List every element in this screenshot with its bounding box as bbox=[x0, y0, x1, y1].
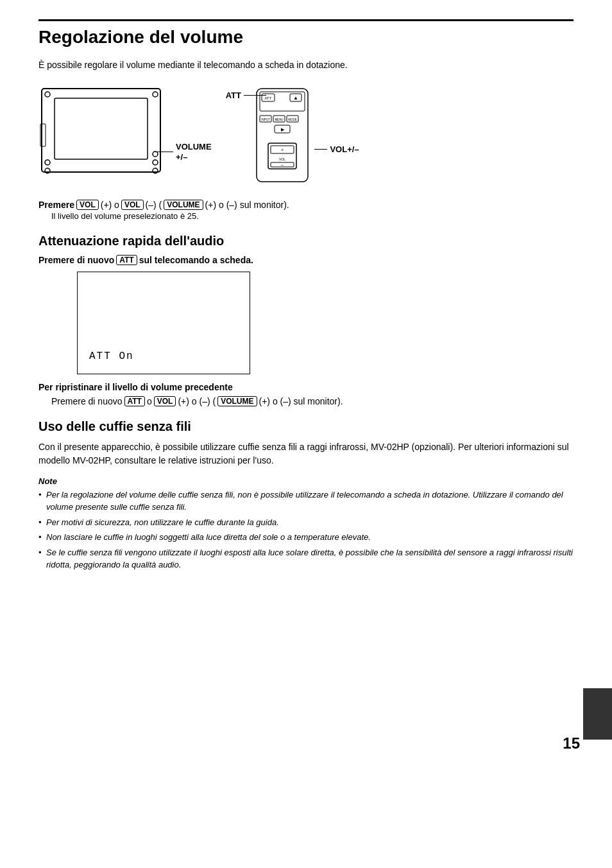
svg-text:MODE: MODE bbox=[288, 118, 297, 121]
section1-heading: Attenuazione rapida dell'audio bbox=[38, 234, 574, 248]
monitor-svg bbox=[38, 85, 167, 185]
svg-text:INPUT: INPUT bbox=[261, 118, 270, 121]
restore-vol-key: VOL bbox=[154, 396, 176, 406]
premere-di-nuovo: Premere di nuovo bbox=[38, 255, 114, 265]
restore-att-key: ATT bbox=[124, 396, 145, 406]
vol-plus-minus-label: VOL+/– bbox=[314, 144, 359, 154]
remote-svg: ATT ▲ INPUT MENU MODE ▶ + bbox=[250, 85, 314, 185]
remote-svg-wrapper: ATT ATT ▲ INPUT MENU bbox=[250, 85, 314, 187]
page-number: 15 bbox=[563, 734, 580, 752]
svg-point-4 bbox=[45, 160, 50, 165]
svg-text:–: – bbox=[281, 162, 284, 167]
intro-text: È possibile regolare il volume mediante … bbox=[38, 60, 574, 70]
page-number-tab bbox=[583, 688, 612, 740]
remote-diagram: ATT ATT ▲ INPUT MENU bbox=[250, 85, 314, 187]
att-display-box: ATT On bbox=[77, 272, 250, 374]
att-label: ATT bbox=[226, 91, 266, 100]
note-label: Note bbox=[38, 476, 574, 486]
volume-level-text: Il livello del volume preselezionato è 2… bbox=[51, 211, 574, 221]
restore-pre: Premere di nuovo bbox=[51, 396, 123, 406]
page-title: Regolazione del volume bbox=[38, 26, 574, 48]
note-list: Per la regolazione del volume delle cuff… bbox=[38, 489, 574, 571]
volume-label-area: VOLUME +/– bbox=[154, 110, 212, 162]
svg-text:VOL: VOL bbox=[279, 157, 285, 161]
note-item-4: Se le cuffie senza fili vengono utilizza… bbox=[38, 546, 574, 571]
restore-mid2: (+) o (–) ( bbox=[178, 396, 216, 406]
att-post: sul telecomando a scheda. bbox=[139, 255, 253, 265]
svg-point-3 bbox=[153, 92, 158, 97]
top-border bbox=[38, 19, 574, 21]
premere-label: Premere bbox=[38, 200, 74, 210]
note-item-1: Per la regolazione del volume delle cuff… bbox=[38, 489, 574, 514]
restore-instruction-line: Premere di nuovo ATT o VOL (+) o (–) ( V… bbox=[51, 396, 574, 406]
minus-text: (–) ( bbox=[146, 200, 162, 210]
volume-label: VOLUME +/– bbox=[176, 142, 212, 162]
monitor-diagram bbox=[38, 85, 167, 187]
diagrams-row: VOLUME +/– ATT ATT ▲ bbox=[38, 85, 574, 187]
note-item-2: Per motivi di sicurezza, non utilizzare … bbox=[38, 516, 574, 529]
att-on-text: ATT On bbox=[89, 351, 134, 362]
end-text: (+) o (–) sul monitor). bbox=[205, 200, 289, 210]
svg-rect-10 bbox=[257, 89, 308, 182]
section2-heading: Uso delle cuffie senza fili bbox=[38, 419, 574, 434]
vol-key3: VOLUME bbox=[164, 200, 203, 210]
restore-heading: Per ripristinare il livello di volume pr… bbox=[38, 382, 574, 392]
svg-text:▲: ▲ bbox=[293, 95, 298, 101]
note-item-3: Non lasciare le cuffie in luoghi soggett… bbox=[38, 531, 574, 544]
volume-arrow: VOLUME +/– bbox=[154, 142, 212, 162]
svg-point-2 bbox=[45, 92, 50, 97]
restore-end: (+) o (–) sul monitor). bbox=[259, 396, 343, 406]
volume-instruction-line: Premere VOL (+) o VOL (–) ( VOLUME (+) o… bbox=[38, 200, 574, 210]
restore-mid-o: o bbox=[147, 396, 152, 406]
svg-text:MENU: MENU bbox=[275, 118, 283, 121]
plus-text: (+) o bbox=[101, 200, 119, 210]
restore-volume-key: VOLUME bbox=[217, 396, 257, 406]
svg-text:▶: ▶ bbox=[280, 127, 284, 132]
att-instruction-line: Premere di nuovo ATT sul telecomando a s… bbox=[38, 255, 574, 265]
section2-body: Con il presente apparecchio, è possibile… bbox=[38, 440, 574, 467]
svg-rect-1 bbox=[55, 98, 148, 159]
att-key: ATT bbox=[116, 255, 137, 265]
vol-key1: VOL bbox=[76, 200, 99, 210]
svg-text:+: + bbox=[281, 148, 284, 152]
vol-key2: VOL bbox=[121, 200, 144, 210]
